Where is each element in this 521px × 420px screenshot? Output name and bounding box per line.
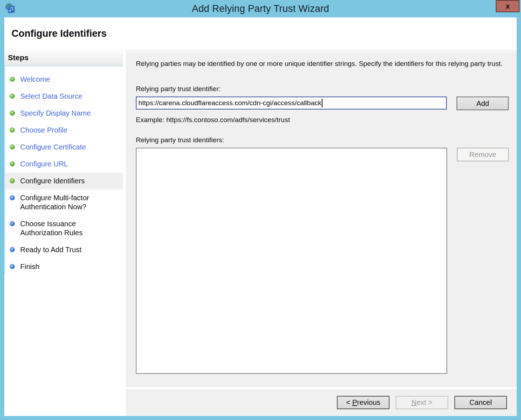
step-item-ready-to-add-trust: Ready to Add Trust <box>5 241 123 258</box>
page-header: Configure Identifiers <box>4 18 517 49</box>
remove-button[interactable]: Remove <box>457 148 509 161</box>
wizard-button-bar: < Previous Next > Cancel <box>126 389 517 416</box>
page-title: Configure Identifiers <box>12 28 107 39</box>
step-item-configure-multi-factor-authentication-now: Configure Multi-factor Authentication No… <box>5 189 123 215</box>
step-status-icon <box>10 144 15 149</box>
steps-list: WelcomeSelect Data SourceSpecify Display… <box>4 66 123 275</box>
step-item-choose-issuance-authorization-rules: Choose Issuance Authorization Rules <box>5 215 123 241</box>
step-label: Configure Multi-factor Authentication No… <box>20 193 105 211</box>
step-label: Welcome <box>20 75 50 84</box>
close-button[interactable]: x <box>496 0 520 12</box>
step-item-specify-display-name[interactable]: Specify Display Name <box>5 105 123 122</box>
identifier-input-value: https://carena.cloudflareaccess.com/cdn-… <box>138 99 321 107</box>
step-label: Finish <box>20 262 39 271</box>
step-status-icon <box>10 247 15 252</box>
intro-text: Relying parties may be identified by one… <box>136 59 507 68</box>
step-label: Configure URL <box>20 160 68 169</box>
step-label: Configure Certificate <box>20 143 86 152</box>
cancel-button[interactable]: Cancel <box>454 396 507 409</box>
content-panel: Relying parties may be identified by one… <box>126 49 517 387</box>
dialog-frame: Configure Identifiers Steps WelcomeSelec… <box>4 17 517 416</box>
step-status-icon <box>10 161 15 166</box>
identifier-field-label: Relying party trust identifier: <box>136 85 509 93</box>
step-label: Select Data Source <box>20 92 82 101</box>
step-status-icon <box>10 178 15 183</box>
wizard-window: Add Relying Party Trust Wizard x Configu… <box>0 0 521 420</box>
step-status-icon <box>10 111 15 116</box>
step-item-configure-certificate[interactable]: Configure Certificate <box>5 139 123 156</box>
step-label: Specify Display Name <box>20 109 91 118</box>
step-item-configure-identifiers: Configure Identifiers <box>5 173 123 189</box>
step-item-finish: Finish <box>5 258 123 275</box>
title-bar: Add Relying Party Trust Wizard x <box>0 0 521 17</box>
identifiers-list-label: Relying party trust identifiers: <box>136 136 509 144</box>
identifiers-listbox[interactable] <box>136 148 447 374</box>
step-label: Choose Profile <box>20 126 67 135</box>
step-status-icon <box>10 221 15 226</box>
steps-heading: Steps <box>4 49 123 66</box>
window-title: Add Relying Party Trust Wizard <box>0 0 521 17</box>
step-status-icon <box>10 195 15 200</box>
step-label: Ready to Add Trust <box>20 245 81 254</box>
text-caret <box>322 99 322 107</box>
steps-sidebar: Steps WelcomeSelect Data SourceSpecify D… <box>4 49 123 416</box>
step-status-icon <box>10 94 15 99</box>
step-label: Configure Identifiers <box>20 177 85 186</box>
next-button[interactable]: Next > <box>396 396 448 409</box>
step-item-choose-profile[interactable]: Choose Profile <box>5 122 123 139</box>
step-label: Choose Issuance Authorization Rules <box>20 219 105 237</box>
relying-party-identifier-input[interactable]: https://carena.cloudflareaccess.com/cdn-… <box>136 97 447 110</box>
step-item-welcome[interactable]: Welcome <box>5 71 123 88</box>
step-item-configure-url[interactable]: Configure URL <box>5 156 123 173</box>
example-text: Example: https://fs.contoso.com/adfs/ser… <box>136 116 509 124</box>
step-status-icon <box>10 264 15 269</box>
step-status-icon <box>10 77 15 82</box>
add-button[interactable]: Add <box>457 97 509 110</box>
step-item-select-data-source[interactable]: Select Data Source <box>5 88 123 105</box>
previous-button[interactable]: < Previous <box>337 396 389 409</box>
step-status-icon <box>10 128 15 133</box>
